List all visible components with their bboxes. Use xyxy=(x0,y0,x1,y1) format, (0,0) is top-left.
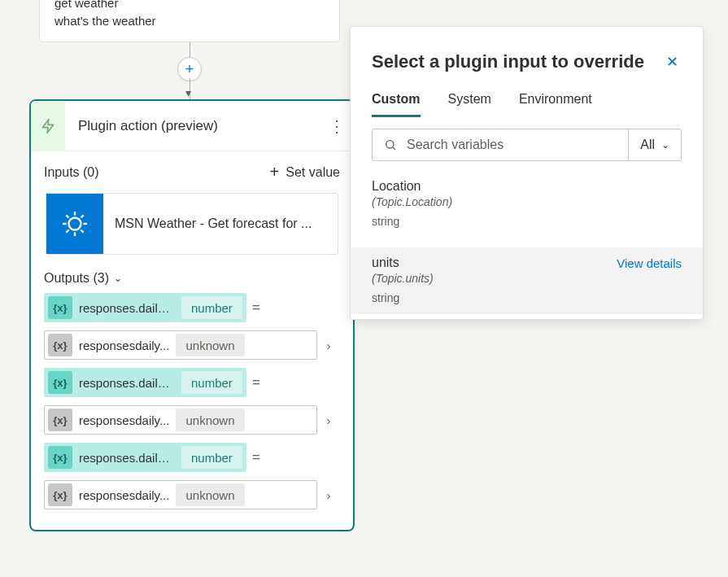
equals-sign: = xyxy=(246,374,266,391)
outputs-label: Outputs (3) xyxy=(44,271,109,286)
panel-tabs: Custom System Environment xyxy=(372,92,682,117)
tab-custom[interactable]: Custom xyxy=(372,92,421,117)
msn-weather-icon xyxy=(46,194,103,254)
trigger-card[interactable]: get weather what's the weather xyxy=(39,0,340,42)
chevron-right-icon[interactable]: › xyxy=(317,413,340,427)
variable-chip[interactable]: {x}responsesdaily...unknown xyxy=(44,330,317,360)
svg-marker-0 xyxy=(42,119,53,133)
outputs-list: {x}responses.daily....number={x}response… xyxy=(31,292,353,530)
variable-name: responses.daily.... xyxy=(76,301,181,315)
chevron-right-icon[interactable]: › xyxy=(317,488,340,502)
close-icon[interactable]: ✕ xyxy=(663,50,682,74)
variable-type: number xyxy=(181,371,242,394)
variable-name: responses.daily.... xyxy=(76,451,181,465)
equals-sign: = xyxy=(246,299,266,316)
output-row[interactable]: {x}responses.daily....number= xyxy=(44,292,340,323)
set-value-button[interactable]: + Set value xyxy=(270,163,340,181)
card-menu-button[interactable]: ⋮ xyxy=(320,116,353,136)
trigger-phrase: get weather xyxy=(54,0,325,12)
tab-environment[interactable]: Environment xyxy=(519,92,592,117)
search-row: All ⌄ xyxy=(372,129,682,161)
variable-icon: {x} xyxy=(48,371,72,394)
output-row[interactable]: {x}responsesdaily...unknown› xyxy=(44,404,340,435)
variable-name: responsesdaily... xyxy=(76,339,176,352)
variable-chip[interactable]: {x}responsesdaily...unknown xyxy=(44,405,317,435)
override-panel: Select a plugin input to override ✕ Cust… xyxy=(350,26,704,320)
equals-sign: = xyxy=(246,449,266,466)
variable-name: responsesdaily... xyxy=(76,488,176,502)
output-row[interactable]: {x}responsesdaily...unknown› xyxy=(44,479,340,510)
inputs-label: Inputs (0) xyxy=(44,165,99,180)
variable-type: number xyxy=(181,446,242,469)
plugin-action-card[interactable]: Plugin action (preview) ⋮ Inputs (0) + S… xyxy=(29,99,355,531)
plus-icon: + xyxy=(270,163,280,181)
svg-line-11 xyxy=(393,147,395,150)
variables-list: Location(Topic.Location)stringunitsView … xyxy=(372,171,682,314)
search-icon xyxy=(384,138,397,151)
plugin-icon xyxy=(31,101,65,151)
panel-title: Select a plugin input to override xyxy=(372,51,644,72)
variable-item[interactable]: unitsView details(Topic.units)string xyxy=(351,247,703,314)
outputs-toggle[interactable]: Outputs (3) ⌄ xyxy=(31,269,353,292)
variable-icon: {x} xyxy=(48,483,72,506)
card-title: Plugin action (preview) xyxy=(65,118,320,134)
flow-connector xyxy=(190,42,190,59)
variable-type: number xyxy=(181,296,242,319)
svg-point-1 xyxy=(69,218,81,230)
variable-item-type: string xyxy=(372,215,682,228)
arrow-down-icon: ▾ xyxy=(185,86,191,99)
variable-type: unknown xyxy=(176,409,244,431)
filter-dropdown[interactable]: All ⌄ xyxy=(628,129,681,160)
variable-item-name: units xyxy=(372,256,399,270)
tab-system[interactable]: System xyxy=(448,92,491,117)
variable-icon: {x} xyxy=(48,334,72,356)
variable-type: unknown xyxy=(176,334,244,356)
filter-label: All xyxy=(640,138,655,152)
variable-type: unknown xyxy=(176,483,244,506)
chevron-down-icon: ⌄ xyxy=(114,273,122,284)
variable-item-path: (Topic.Location) xyxy=(372,195,682,208)
output-row[interactable]: {x}responsesdaily...unknown› xyxy=(44,330,340,361)
trigger-phrase: what's the weather xyxy=(54,12,325,30)
variable-chip[interactable]: {x}responsesdaily...unknown xyxy=(44,480,317,509)
variable-icon: {x} xyxy=(48,446,72,469)
svg-line-6 xyxy=(66,215,68,217)
variable-item-type: string xyxy=(372,291,682,304)
set-value-label: Set value xyxy=(286,165,340,180)
output-row[interactable]: {x}responses.daily....number= xyxy=(44,367,340,398)
variable-name: responses.daily.... xyxy=(76,376,181,390)
card-header: Plugin action (preview) ⋮ xyxy=(31,101,353,151)
search-input[interactable] xyxy=(405,137,628,153)
svg-line-7 xyxy=(81,230,84,233)
svg-line-9 xyxy=(81,215,84,217)
svg-line-8 xyxy=(66,230,68,233)
variable-chip[interactable]: {x}responses.daily....number xyxy=(44,368,246,397)
connector-name: MSN Weather - Get forecast for ... xyxy=(103,216,338,231)
connector-tile[interactable]: MSN Weather - Get forecast for ... xyxy=(46,193,338,255)
variable-item[interactable]: Location(Topic.Location)string xyxy=(351,171,703,238)
chevron-right-icon[interactable]: › xyxy=(317,339,340,352)
variable-item-path: (Topic.units) xyxy=(372,272,682,285)
variable-item-name: Location xyxy=(372,179,421,194)
svg-point-10 xyxy=(386,141,394,148)
variable-chip[interactable]: {x}responses.daily....number xyxy=(44,293,246,322)
chevron-down-icon: ⌄ xyxy=(661,139,669,151)
view-details-link[interactable]: View details xyxy=(617,256,682,270)
variable-icon: {x} xyxy=(48,296,72,319)
variable-icon: {x} xyxy=(48,409,72,431)
inputs-row: Inputs (0) + Set value xyxy=(31,151,353,193)
variable-chip[interactable]: {x}responses.daily....number xyxy=(44,443,246,472)
variable-name: responsesdaily... xyxy=(76,413,176,427)
output-row[interactable]: {x}responses.daily....number= xyxy=(44,442,340,473)
